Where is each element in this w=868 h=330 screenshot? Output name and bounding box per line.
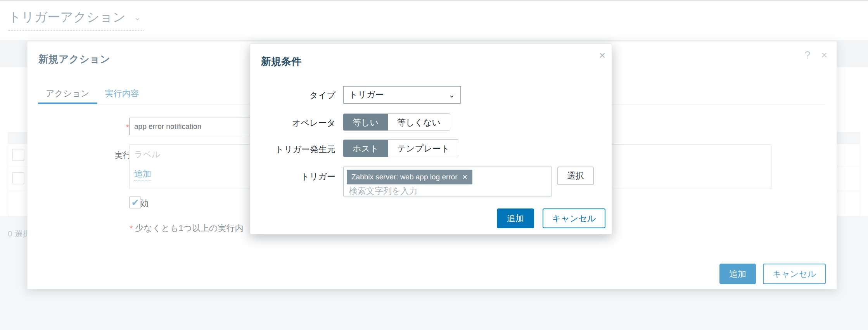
source-option-template[interactable]: テンプレート	[388, 140, 459, 157]
search-placeholder: 検索文字列を入力	[349, 185, 418, 197]
operator-label: オペレータ	[258, 117, 335, 129]
type-label: タイプ	[258, 90, 335, 101]
close-icon[interactable]: ×	[599, 50, 605, 61]
add-condition-button[interactable]: 追加	[497, 208, 534, 228]
chip-text: Zabbix server: web app log error	[351, 173, 458, 181]
screen: トリガーアクション ⌄ 0 選択 新規アクション ? × アクション	[0, 0, 868, 330]
cancel-condition-button[interactable]: キャンセル	[543, 208, 605, 228]
type-select[interactable]: トリガー ⌄	[343, 86, 461, 104]
trigger-label: トリガー	[258, 171, 335, 182]
operator-option-equals[interactable]: 等しい	[343, 114, 388, 130]
new-condition-dialog: 新規条件 × タイプ トリガー ⌄ オペレータ 等しい 等しくない トリガー発生…	[250, 43, 612, 234]
dialog-title: 新規条件	[261, 55, 301, 68]
operator-option-not-equals[interactable]: 等しくない	[388, 114, 450, 130]
trigger-source-label: トリガー発生元	[258, 144, 335, 155]
operator-segmented-control: 等しい 等しくない	[343, 113, 450, 131]
source-segmented-control: ホスト テンプレート	[343, 139, 459, 157]
chevron-down-icon: ⌄	[448, 87, 455, 103]
selected-trigger-chip: Zabbix server: web app log error✕	[347, 170, 472, 184]
trigger-multiselect[interactable]: Zabbix server: web app log error✕ 検索文字列を…	[343, 167, 552, 196]
select-trigger-button[interactable]: 選択	[557, 167, 594, 185]
type-select-value: トリガー	[349, 90, 384, 99]
source-option-host[interactable]: ホスト	[343, 140, 388, 157]
chip-remove-icon[interactable]: ✕	[462, 174, 468, 181]
